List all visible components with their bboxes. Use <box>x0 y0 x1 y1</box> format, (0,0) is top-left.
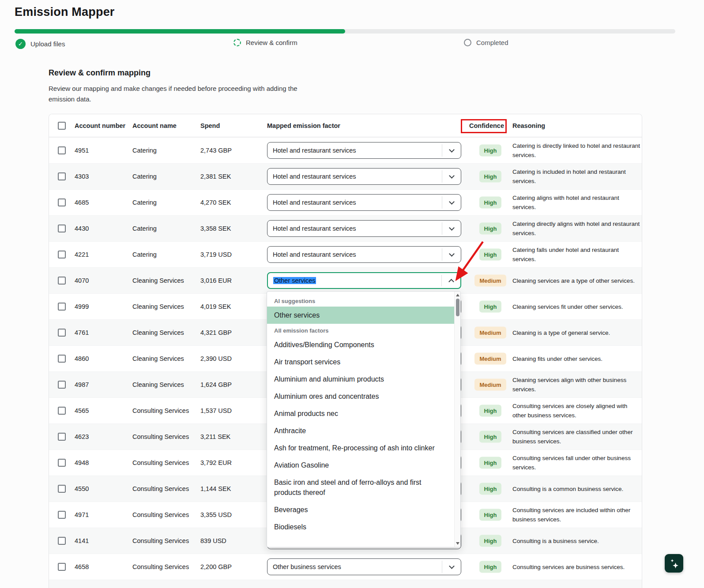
account-name: Consulting Services <box>132 511 189 518</box>
spend: 1,144 SEK <box>200 485 231 492</box>
step-complete-check-icon: ✓ <box>15 39 26 49</box>
dropdown-option[interactable]: Beverages <box>267 501 454 518</box>
account-number: 4070 <box>75 277 89 284</box>
reasoning-text: Consulting services are classified under… <box>512 427 641 446</box>
chevron-down-icon[interactable] <box>442 142 461 158</box>
spend: 3,719 USD <box>200 251 232 258</box>
selected-factor-value: Hotel and restaurant services <box>267 173 356 180</box>
step-completed: Completed <box>464 39 508 46</box>
dropdown-option[interactable]: Biodiesels <box>267 518 454 536</box>
account-number: 4761 <box>75 329 89 336</box>
chevron-glyph <box>449 173 455 179</box>
dropdown-option[interactable]: Ash for treatment, Re-processing of ash … <box>267 439 454 457</box>
confidence-annotation-box <box>461 119 507 133</box>
spend: 2,743 GBP <box>200 147 232 154</box>
scroll-down-icon[interactable] <box>456 542 459 545</box>
table-row-partial <box>49 580 642 588</box>
emission-factor-select[interactable]: Hotel and restaurant services <box>267 194 461 211</box>
account-name: Consulting Services <box>132 407 189 414</box>
ai-assistant-button[interactable] <box>665 554 683 573</box>
reasoning-text: Cleaning services align with other busin… <box>512 375 641 394</box>
emission-factor-select[interactable]: Hotel and restaurant services <box>267 246 461 263</box>
confidence-badge: High <box>469 145 512 157</box>
emission-factor-select[interactable]: Hotel and restaurant services <box>267 168 461 185</box>
scroll-up-icon[interactable] <box>456 294 459 296</box>
account-name: Consulting Services <box>132 485 189 492</box>
dropdown-option[interactable]: Additives/Blending Components <box>267 336 454 353</box>
dropdown-option[interactable]: Air transport services <box>267 353 454 371</box>
emission-factor-select[interactable]: Hotel and restaurant services <box>267 142 461 159</box>
dropdown-option[interactable]: Aluminium ores and concentrates <box>267 388 454 405</box>
spend: 4,019 SEK <box>200 303 231 310</box>
dropdown-option[interactable]: Aviation Gasoline <box>267 457 454 474</box>
confidence-badge-label: High <box>479 301 502 313</box>
emission-factor-select[interactable]: Other business services <box>267 558 461 575</box>
dropdown-option[interactable]: Animal products nec <box>267 405 454 422</box>
account-number: 4951 <box>75 147 89 154</box>
selected-factor-value: Hotel and restaurant services <box>267 251 356 258</box>
row-checkbox[interactable] <box>58 225 66 232</box>
dropdown-option-selected[interactable]: Other services <box>267 307 454 324</box>
dropdown-scrollbar[interactable] <box>454 292 460 547</box>
step-review-confirm[interactable]: Review & confirm <box>233 39 297 46</box>
selected-text-highlight: Other services <box>273 277 316 284</box>
emission-factor-select[interactable]: Other services <box>267 272 461 289</box>
confidence-badge: High <box>469 223 512 235</box>
chevron-down-icon[interactable] <box>442 195 461 210</box>
spend: 839 USD <box>200 537 226 544</box>
account-number: 4685 <box>75 199 89 206</box>
reasoning-text: Catering is included in hotel and restau… <box>512 167 641 186</box>
account-number: 4221 <box>75 251 89 258</box>
confidence-badge-label: High <box>479 535 502 547</box>
dropdown-option[interactable]: Aluminium and aluminium products <box>267 371 454 388</box>
step-upload-files[interactable]: ✓ Upload files <box>15 39 65 49</box>
row-checkbox[interactable] <box>58 563 66 571</box>
chevron-down-icon[interactable] <box>442 559 461 575</box>
confidence-badge-label: Medium <box>474 327 506 339</box>
account-name: Consulting Services <box>132 433 189 440</box>
account-name: Cleaning Services <box>132 355 184 362</box>
account-number: 4141 <box>75 537 89 544</box>
row-checkbox[interactable] <box>58 277 66 285</box>
select-all-checkbox[interactable] <box>58 122 66 130</box>
spend: 2,200 GBP <box>200 563 232 570</box>
row-checkbox[interactable] <box>58 146 66 154</box>
account-number: 4860 <box>75 355 89 362</box>
dropdown-option[interactable]: Basic iron and steel and of ferro-alloys… <box>267 474 454 501</box>
chevron-down-icon[interactable] <box>442 169 461 184</box>
row-checkbox[interactable] <box>58 329 66 337</box>
row-checkbox[interactable] <box>58 407 66 415</box>
row-checkbox[interactable] <box>58 251 66 258</box>
account-name: Consulting Services <box>132 537 189 544</box>
confidence-badge: High <box>469 535 512 547</box>
row-checkbox[interactable] <box>58 172 66 180</box>
confidence-badge-label: Medium <box>474 353 506 365</box>
confidence-badge: High <box>469 171 512 183</box>
row-checkbox[interactable] <box>58 511 66 519</box>
row-checkbox[interactable] <box>58 198 66 206</box>
account-number: 4948 <box>75 459 89 466</box>
row-checkbox[interactable] <box>58 381 66 389</box>
table-row: 4430Catering3,358 SEKHotel and restauran… <box>49 215 642 241</box>
row-checkbox[interactable] <box>58 433 66 441</box>
confidence-badge: High <box>469 197 512 209</box>
chevron-glyph <box>449 225 455 231</box>
dropdown-option[interactable]: Anthracite <box>267 422 454 439</box>
emission-factor-select[interactable]: Hotel and restaurant services <box>267 220 461 237</box>
table-row: 4685Catering4,270 SEKHotel and restauran… <box>49 189 642 215</box>
spend: 3,355 USD <box>200 511 232 518</box>
row-checkbox[interactable] <box>58 485 66 493</box>
row-checkbox[interactable] <box>58 355 66 363</box>
row-checkbox[interactable] <box>58 303 66 311</box>
confidence-badge-label: High <box>479 431 502 443</box>
reasoning-text: Consulting services fall under other bus… <box>512 453 641 472</box>
row-checkbox[interactable] <box>58 459 66 467</box>
chevron-down-icon[interactable] <box>442 221 461 236</box>
row-checkbox[interactable] <box>58 537 66 545</box>
account-number: 4303 <box>75 173 89 180</box>
confidence-badge: High <box>469 483 512 495</box>
selected-factor-value: Hotel and restaurant services <box>267 225 356 232</box>
account-name: Cleaning Services <box>132 381 184 388</box>
scrollbar-thumb[interactable] <box>456 299 459 316</box>
account-number: 4999 <box>75 303 89 310</box>
